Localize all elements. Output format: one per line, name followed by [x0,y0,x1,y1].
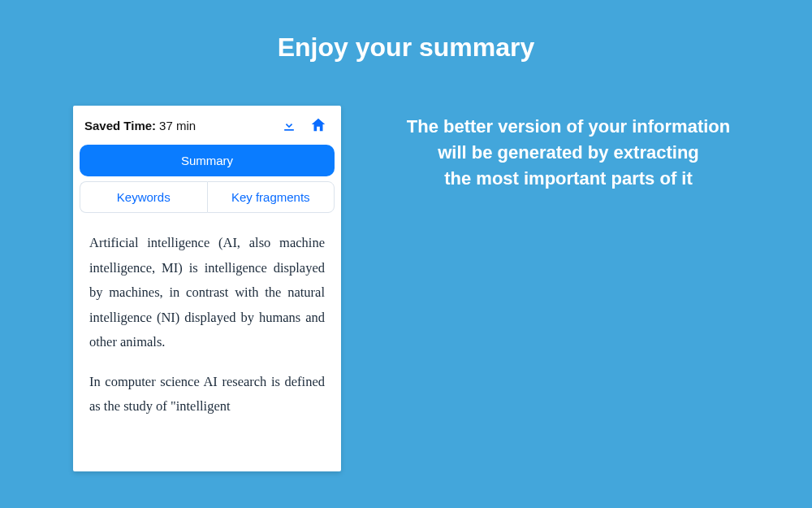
summary-content: Artificial intelligence (AI, also machin… [73,213,341,471]
summary-paragraph: In computer science AI research is defin… [89,370,325,419]
summary-paragraph: Artificial intelligence (AI, also machin… [89,231,325,355]
summary-panel: Saved Time: 37 min Summary Keywords Key … [73,106,341,471]
page-subtitle: The better version of your information w… [374,114,763,192]
tab-keywords[interactable]: Keywords [80,181,207,213]
page-title: Enjoy your summary [0,33,812,63]
subtitle-line-1: The better version of your information [407,116,730,137]
home-icon[interactable] [307,114,330,137]
tab-summary[interactable]: Summary [80,145,335,176]
saved-time-label: Saved Time: [84,119,156,132]
download-icon[interactable] [278,114,300,137]
panel-header: Saved Time: 37 min [73,106,341,141]
tab-key-fragments[interactable]: Key fragments [207,181,335,213]
subtitle-line-2: will be generated by extracting [438,142,699,163]
tabs: Summary Keywords Key fragments [73,141,341,213]
saved-time-value: 37 min [159,119,196,132]
subtitle-line-3: the most important parts of it [444,168,693,189]
